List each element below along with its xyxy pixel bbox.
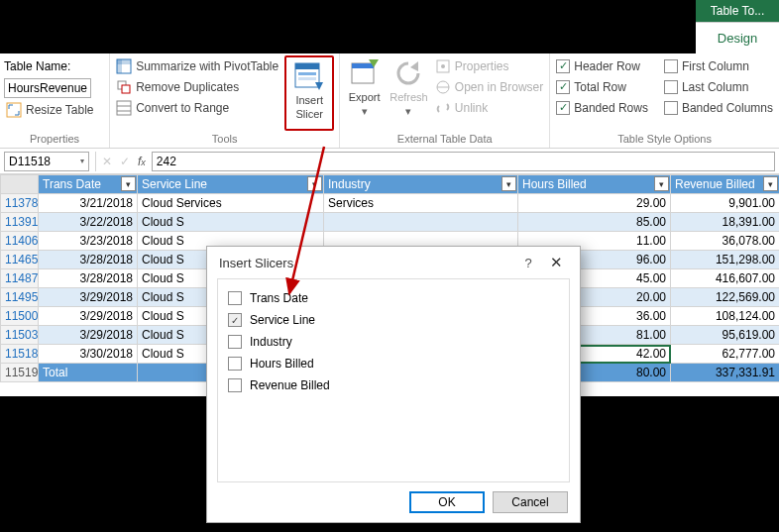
unlink-button[interactable]: Unlink [433,97,545,118]
cell-date[interactable]: 3/28/2018 [39,251,138,269]
cell-revenue[interactable]: 95,619.00 [671,326,780,345]
resize-table-button[interactable]: Resize Table [4,99,105,120]
cell-revenue[interactable]: 36,078.00 [671,232,780,251]
formula-input[interactable]: 242 [152,152,775,171]
ext-properties-button[interactable]: Properties [433,55,545,76]
cell-date[interactable]: 3/22/2018 [39,213,138,232]
cell-date[interactable]: 3/29/2018 [39,288,138,307]
field-label: Industry [250,335,292,349]
col-header-industry[interactable]: Industry▾ [324,175,518,194]
cell-service[interactable]: Cloud S [138,213,324,232]
filter-icon[interactable]: ▾ [307,176,322,191]
col-label: Hours Billed [522,177,587,191]
dialog-title: Insert Slicers [219,256,293,270]
cell-date[interactable]: 3/28/2018 [39,269,138,288]
cell-revenue[interactable]: 108,124.00 [671,307,780,326]
cell-date[interactable]: 3/30/2018 [39,345,138,364]
row-header[interactable]: 11391 [1,213,39,232]
svg-rect-3 [117,59,131,64]
row-header[interactable]: 11487 [1,269,39,288]
convert-range-button[interactable]: Convert to Range [114,97,280,118]
ok-button[interactable]: OK [409,491,485,513]
summarize-pivottable-button[interactable]: Summarize with PivotTable [114,55,280,76]
refresh-dropdown-icon: ▾ [405,105,411,117]
table-name-label: Table Name: [4,55,105,76]
banded-columns-checkbox[interactable]: Banded Columns [662,97,775,118]
row-header[interactable]: 11406 [1,232,39,251]
checkbox-icon [228,357,242,371]
slicer-field-option[interactable]: Revenue Billed [228,374,559,396]
cell-revenue[interactable]: 62,777.00 [671,345,780,364]
refresh-icon [392,57,424,89]
col-header-hours[interactable]: Hours Billed▾ [518,175,671,194]
resize-table-label: Resize Table [26,103,93,117]
row-header[interactable]: 11378 [1,194,39,213]
cell-date[interactable]: 3/29/2018 [39,326,138,345]
slicer-field-option[interactable]: Trans Date [228,287,559,309]
check-icon [664,101,678,115]
open-browser-button[interactable]: Open in Browser [433,76,545,97]
svg-rect-10 [295,63,319,69]
table-row[interactable]: 113783/21/2018Cloud ServicesServices29.0… [1,194,780,213]
svg-rect-12 [298,77,316,80]
last-column-checkbox[interactable]: Last Column [662,76,775,97]
filter-icon[interactable]: ▾ [763,176,778,191]
fx-icon[interactable]: fx [138,155,146,168]
row-header[interactable]: 11495 [1,288,39,307]
row-header[interactable]: 11518 [1,345,39,364]
filter-icon[interactable]: ▾ [501,176,516,191]
unlink-label: Unlink [455,101,488,115]
table-name-input[interactable] [4,78,91,98]
row-header[interactable]: 11500 [1,307,39,326]
cell-revenue[interactable]: 151,298.00 [671,251,780,269]
checkbox-icon: ✓ [228,313,242,327]
cell-service[interactable]: Cloud Services [138,194,324,213]
dialog-help-icon[interactable]: ? [516,256,540,270]
refresh-button[interactable]: Refresh ▾ [387,55,431,118]
header-row-checkbox[interactable]: ✓Header Row [554,55,650,76]
cell-hours[interactable]: 29.00 [518,194,671,213]
table-row[interactable]: 113913/22/2018Cloud S85.0018,391.00 [1,213,780,232]
pivot-label: Summarize with PivotTable [136,59,278,73]
slicer-label-1: Insert [295,94,323,106]
cell-hours[interactable]: 85.00 [518,213,671,232]
select-all[interactable] [1,175,39,194]
filter-icon[interactable]: ▾ [121,176,136,191]
row-header[interactable]: 11503 [1,326,39,345]
slicer-field-option[interactable]: Industry [228,331,559,353]
col-label: Trans Date [43,177,101,191]
col-header-serviceline[interactable]: Service Line▾ [138,175,324,194]
dupes-label: Remove Duplicates [136,80,239,94]
dialog-close-icon[interactable]: ✕ [540,254,572,271]
tab-design[interactable]: Design [696,22,779,53]
cell-revenue[interactable]: 122,569.00 [671,288,780,307]
cell-revenue[interactable]: 9,901.00 [671,194,780,213]
total-row-checkbox[interactable]: ✓Total Row [554,76,650,97]
cancel-button[interactable]: Cancel [493,491,568,513]
slicer-field-option[interactable]: ✓Service Line [228,309,559,331]
row-header[interactable]: 11465 [1,251,39,269]
export-button[interactable]: Export ▾ [344,55,385,118]
row-header[interactable]: 11519 [1,364,39,382]
cell-date[interactable]: 3/21/2018 [39,194,138,213]
insert-slicer-button[interactable]: Insert Slicer [287,58,331,120]
total-label: Total [39,364,138,382]
cell-industry[interactable] [324,213,518,232]
remove-duplicates-button[interactable]: Remove Duplicates [114,76,280,97]
cell-industry[interactable]: Services [324,194,518,213]
col-header-revenue[interactable]: Revenue Billed▾ [671,175,780,194]
cell-revenue[interactable]: 416,607.00 [671,269,780,288]
svg-point-16 [441,64,445,68]
banded-rows-checkbox[interactable]: ✓Banded Rows [554,97,650,118]
cancel-formula-icon[interactable]: ✕ [102,155,112,168]
cell-date[interactable]: 3/23/2018 [39,232,138,251]
first-column-checkbox[interactable]: First Column [662,55,775,76]
name-box[interactable]: D11518 ▾ [4,152,89,171]
enter-formula-icon[interactable]: ✓ [120,155,130,168]
cell-revenue[interactable]: 18,391.00 [671,213,780,232]
col-header-transdate[interactable]: Trans Date▾ [39,175,138,194]
cell-date[interactable]: 3/29/2018 [39,307,138,326]
filter-icon[interactable]: ▾ [654,176,669,191]
slicer-field-option[interactable]: Hours Billed [228,353,559,374]
banded-rows-label: Banded Rows [574,101,648,115]
